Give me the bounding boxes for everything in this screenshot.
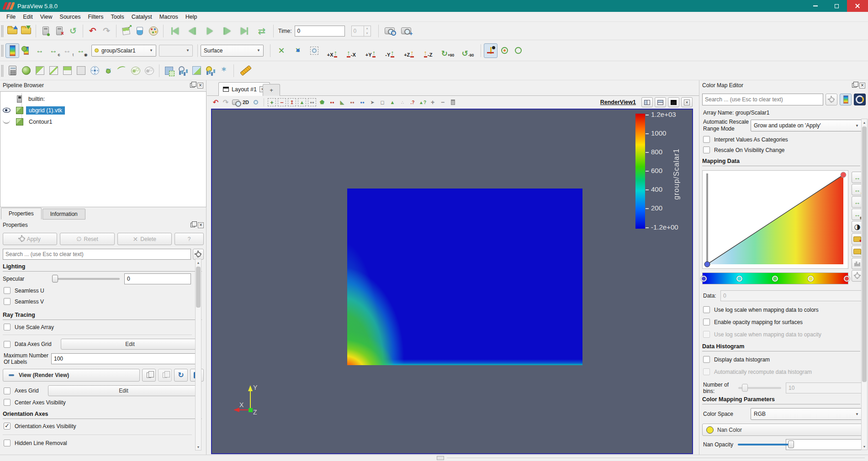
opacity-mapping-checkbox[interactable]	[703, 319, 710, 325]
hidden-line-removal-checkbox[interactable]	[4, 440, 11, 446]
connect-server-button[interactable]	[39, 24, 53, 38]
color-space-combo[interactable]: RGB ▼	[751, 408, 862, 420]
time-input[interactable]	[295, 26, 345, 37]
set-view-plus-z-button[interactable]: +Z↑	[399, 43, 418, 58]
tab-layout-1[interactable]: Layout #1 ×	[218, 82, 270, 96]
remove-view-annotation-button[interactable]: −	[438, 98, 447, 107]
toggle-2d-camera-button[interactable]: 2D	[241, 98, 250, 107]
contour-filter-button[interactable]	[19, 63, 33, 78]
menu-edit[interactable]: Edit	[19, 14, 37, 20]
hover-points-button[interactable]: ➤	[368, 98, 377, 107]
frame-spinbox[interactable]: 0 ▲▼	[351, 26, 371, 37]
minimize-button[interactable]	[805, 0, 826, 12]
pipeline-item-builtin[interactable]: builtin:	[0, 93, 206, 105]
warp-by-vector-button[interactable]: ⌒	[115, 63, 129, 78]
num-bins-input[interactable]	[786, 382, 862, 393]
copy-view-button[interactable]	[142, 369, 156, 382]
color-node-yellow[interactable]	[808, 276, 814, 282]
cme-settings-button[interactable]	[826, 94, 837, 105]
add-layout-tab[interactable]: +	[263, 84, 280, 96]
query-point-button[interactable]: .?	[408, 98, 417, 107]
plot-over-line-button[interactable]	[190, 63, 203, 78]
rescale-to-data-range-button[interactable]: ↔	[33, 43, 47, 58]
render-viewport[interactable]: 1.2e+03 1000 800 600 400 200 -1.2e+00 gr…	[211, 109, 693, 454]
log-scale-opacity-checkbox[interactable]	[703, 331, 710, 338]
data-axes-grid-edit-button[interactable]: Edit	[61, 339, 199, 350]
edit-color-map-button[interactable]	[19, 43, 33, 58]
camera-redo-button[interactable]: ↷	[221, 98, 230, 107]
loop-button[interactable]: ⇄	[253, 24, 270, 38]
glyph-filter-button[interactable]	[88, 63, 101, 78]
select-points-polygon-button[interactable]: ●●	[328, 98, 337, 107]
rotate-90-cw-button[interactable]: ↻+90	[438, 43, 458, 58]
save-data-button[interactable]	[19, 24, 33, 38]
scroll-up-icon[interactable]: ▲	[196, 259, 201, 266]
select-points-on-button[interactable]: ●●	[307, 98, 317, 107]
pipeline-item-contour1[interactable]: Contour1	[0, 116, 206, 127]
scroll-up-icon[interactable]: ▲	[862, 119, 867, 126]
float-dock-icon[interactable]	[190, 83, 195, 88]
play-button[interactable]	[201, 24, 218, 38]
maximize-button[interactable]	[826, 0, 847, 12]
auto-recompute-checkbox[interactable]	[703, 368, 710, 375]
interpret-categories-checkbox[interactable]	[703, 136, 710, 143]
select-cells-through-button[interactable]: ◣	[338, 98, 347, 107]
set-view-minus-y-button[interactable]: -Y↑	[380, 43, 399, 58]
delete-button[interactable]: ✕Delete	[117, 233, 172, 245]
use-scale-array-checkbox[interactable]	[4, 324, 11, 330]
seamless-u-checkbox[interactable]	[4, 287, 11, 294]
last-frame-button[interactable]	[236, 24, 253, 38]
color-array-combo[interactable]: group/Scalar1 ▼	[91, 45, 156, 57]
extract-level-button[interactable]	[143, 63, 156, 78]
close-dock-icon[interactable]: ×	[197, 83, 203, 89]
color-node-cyan[interactable]	[736, 276, 742, 282]
toolbar-grip[interactable]	[1, 65, 4, 77]
clear-annotations-button[interactable]	[448, 98, 457, 107]
nan-opacity-slider[interactable]	[738, 440, 781, 449]
rescale-to-temporal-range-button[interactable]: ↔t	[60, 43, 74, 58]
color-palette-button[interactable]	[147, 24, 160, 38]
representation-combo[interactable]: Surface ▼	[201, 45, 264, 57]
select-cells-on-button[interactable]: ▲	[297, 98, 307, 107]
open-file-button[interactable]	[5, 24, 19, 38]
axes-grid-edit-button[interactable]: Edit	[48, 385, 199, 396]
pick-center-button[interactable]	[498, 43, 511, 58]
menu-view[interactable]: View	[37, 14, 56, 20]
scroll-down-icon[interactable]: ▼	[196, 444, 201, 450]
nan-color-button[interactable]: Nan Color	[702, 424, 863, 436]
disconnect-server-button[interactable]	[53, 24, 66, 38]
menu-macros[interactable]: Macros	[156, 14, 182, 20]
data-value-input[interactable]	[720, 290, 862, 301]
add-selection-button[interactable]: +	[267, 98, 276, 107]
plot-over-time-button[interactable]	[176, 63, 190, 78]
extract-selection-button[interactable]	[162, 63, 176, 78]
float-dock-icon[interactable]	[191, 223, 195, 227]
stream-tracer-button[interactable]: ≋	[101, 63, 115, 78]
redo-button[interactable]: ↷	[100, 24, 113, 38]
rescale-to-custom-range-button[interactable]: ↔c	[47, 43, 60, 58]
zoom-capture-button[interactable]	[381, 24, 398, 38]
close-button[interactable]	[847, 0, 868, 12]
scroll-down-icon[interactable]: ▼	[862, 443, 867, 450]
close-dock-icon[interactable]: ×	[198, 222, 204, 228]
add-view-annotation-button[interactable]: +	[428, 98, 437, 107]
scalar-field-surface[interactable]	[347, 189, 582, 365]
color-node-green[interactable]	[772, 276, 778, 282]
menu-catalyst[interactable]: Catalyst	[128, 14, 156, 20]
slice-filter-button[interactable]	[47, 63, 60, 78]
maximize-view-button[interactable]	[668, 97, 679, 107]
view-section-toggle[interactable]: View (Render View)	[3, 369, 140, 382]
nan-opacity-input[interactable]	[786, 439, 862, 450]
rescale-mode-combo[interactable]: Grow and update on 'Apply' ▼	[751, 120, 862, 131]
menu-file[interactable]: File	[3, 14, 19, 20]
rescale-to-visible-range-button[interactable]: ↔◉	[74, 43, 88, 58]
capture-screenshot-button[interactable]	[398, 24, 414, 38]
tf-node-min[interactable]	[704, 262, 710, 267]
specular-slider[interactable]	[52, 275, 120, 283]
threshold-filter-button[interactable]	[60, 63, 74, 78]
zoom-box-button[interactable]	[251, 98, 260, 107]
query-cell-button[interactable]: ▲?	[418, 98, 427, 107]
rotate-90-ccw-button[interactable]: ↺-90	[458, 43, 478, 58]
reload-view-button[interactable]: ↻	[174, 369, 188, 382]
color-legend-bar[interactable]	[635, 114, 645, 229]
